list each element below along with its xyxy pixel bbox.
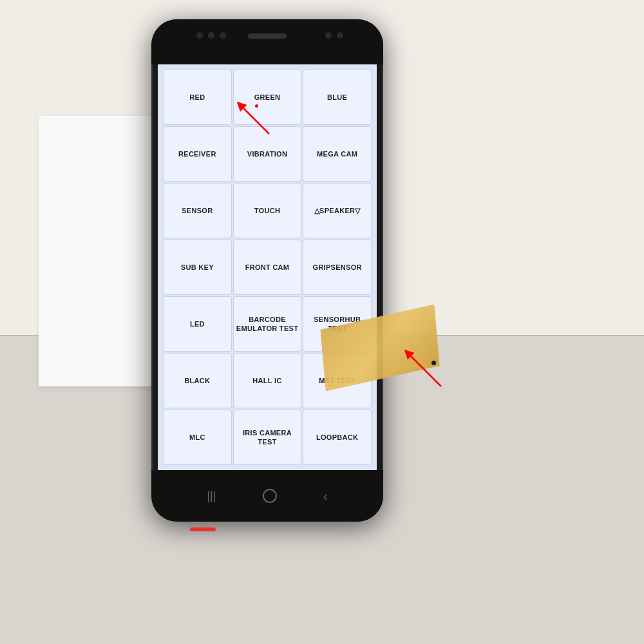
sensor-dot-1 <box>196 32 203 39</box>
btn-led[interactable]: LED <box>163 296 232 352</box>
scene: REDGREENBLUERECEIVERVIBRATIONMEGA CAMSEN… <box>0 0 644 644</box>
sensor-dot-2 <box>208 32 214 39</box>
btn-blue[interactable]: BLUE <box>303 70 372 125</box>
btn-front-cam[interactable]: FRONT CAM <box>233 240 302 295</box>
btn-vibration[interactable]: VIBRATION <box>233 126 302 182</box>
btn-mega-cam[interactable]: MEGA CAM <box>303 126 372 182</box>
btn-touch[interactable]: TOUCH <box>233 183 302 238</box>
btn-gripsensor[interactable]: GRIPSENSOR <box>303 240 372 295</box>
btn-speaker[interactable]: △SPEAKER▽ <box>303 183 372 238</box>
btn-sensor[interactable]: SENSOR <box>163 183 232 238</box>
red-dot-indicator-1 <box>255 104 258 108</box>
red-dot-indicator-2 <box>431 361 436 365</box>
sensor-dot-3 <box>220 32 226 39</box>
btn-receiver[interactable]: RECEIVER <box>163 126 232 182</box>
phone-bottom-bar: ||| ‹ <box>151 470 383 522</box>
btn-hall-ic[interactable]: HALL IC <box>233 353 302 408</box>
btn-sub-key[interactable]: SUB KEY <box>163 240 232 295</box>
btn-green[interactable]: GREEN <box>233 70 302 125</box>
btn-black[interactable]: BLACK <box>163 353 232 408</box>
btn-mlc[interactable]: MLC <box>163 410 232 465</box>
button-grid: REDGREENBLUERECEIVERVIBRATIONMEGA CAMSEN… <box>158 64 377 470</box>
phone-top-bar <box>151 19 383 64</box>
phone: REDGREENBLUERECEIVERVIBRATIONMEGA CAMSEN… <box>151 19 383 522</box>
phone-screen: REDGREENBLUERECEIVERVIBRATIONMEGA CAMSEN… <box>158 64 377 470</box>
front-camera-dot <box>325 32 332 39</box>
phone-speaker <box>248 33 287 39</box>
nav-home-icon[interactable] <box>263 489 277 503</box>
btn-red[interactable]: RED <box>163 70 232 125</box>
btn-loopback[interactable]: LOOPBACK <box>303 410 372 465</box>
btn-iris-camera-test[interactable]: IRIS CAMERATEST <box>233 410 302 465</box>
nav-recent-icon[interactable]: ||| <box>207 489 216 503</box>
btn-barcode-emulator-test[interactable]: BARCODEEMULATOR TEST <box>233 296 302 352</box>
phone-bottom-indicator <box>190 527 216 531</box>
sensor-dot-right <box>337 32 343 39</box>
nav-back-icon[interactable]: ‹ <box>323 489 328 504</box>
